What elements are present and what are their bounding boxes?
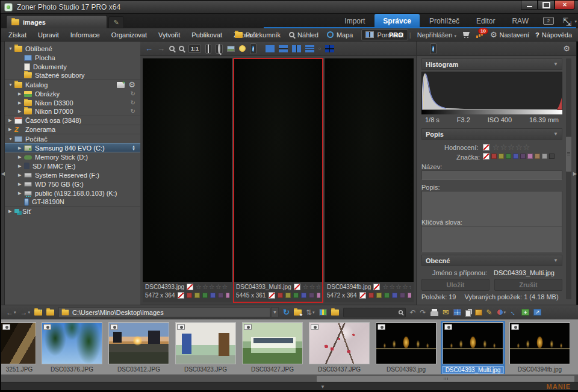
expander-closed-icon[interactable]: ▶ <box>18 182 24 187</box>
photo-thumbnail[interactable] <box>443 322 503 364</box>
adjust-colors-button[interactable]: ▾ <box>497 309 506 316</box>
sort-updown-icon[interactable]: ▲▼ <box>132 145 135 151</box>
menu-organizovat[interactable]: Organizovat <box>111 31 147 39</box>
expander-closed-icon[interactable]: ▶ <box>8 118 14 123</box>
tree-item-nikon-d3300[interactable]: ▶Nikon D3300↻ <box>5 98 140 107</box>
tree-item-phone[interactable]: GT-I8190N <box>5 198 140 207</box>
tag-color-swatch[interactable] <box>218 293 223 298</box>
photo-thumbnail[interactable] <box>1 322 36 364</box>
shop-cart-icon[interactable] <box>462 31 470 38</box>
layout-two-cols-icon[interactable] <box>292 45 301 52</box>
filmstrip-item[interactable]: DSC03437.JPG <box>307 321 371 374</box>
scrollbar-thumb[interactable] <box>317 376 574 382</box>
compare-pane-3[interactable]: DSC04394fb.jpg☆☆☆☆☆ 5472 x 364 <box>325 58 414 302</box>
tree-item-stazene[interactable]: Stažené soubory <box>5 71 140 80</box>
photo-thumbnail[interactable] <box>509 322 570 364</box>
photo-thumbnail[interactable] <box>42 322 102 364</box>
gear-icon[interactable]: ⚙ <box>128 81 135 88</box>
tag-color-swatch[interactable] <box>535 154 540 159</box>
tree-item-nikon-d7000[interactable]: ▶Nikon D7000↻ <box>5 107 140 116</box>
address-dropdown-icon[interactable]: ▼ <box>271 307 279 317</box>
cancel-button[interactable]: Zrušit <box>494 279 562 291</box>
resize-icon[interactable]: ↔ <box>508 306 519 317</box>
expander-open-icon[interactable]: ▼ <box>8 137 14 141</box>
zoom-in-icon[interactable] <box>169 46 175 51</box>
menu-ziskat[interactable]: Získat <box>8 31 26 39</box>
no-rating-icon[interactable] <box>373 284 380 290</box>
display-effects-icon[interactable] <box>239 45 246 52</box>
maximize-button[interactable] <box>538 1 555 10</box>
back-icon[interactable]: ← <box>145 45 153 52</box>
tag-color-swatch[interactable] <box>384 293 390 298</box>
panel-scrollbar[interactable] <box>566 58 571 299</box>
expander-closed-icon[interactable]: ▶ <box>8 209 14 214</box>
layout-three-rows-icon[interactable] <box>305 45 314 52</box>
tag-color-swatch[interactable] <box>549 154 555 159</box>
quick-edit-tab[interactable]: ✎ <box>108 16 124 28</box>
tag-color-swatch[interactable] <box>210 293 216 298</box>
photo-thumbnail[interactable] <box>309 322 370 364</box>
photo-preview[interactable] <box>143 58 232 282</box>
description-section-header[interactable]: Popis▼ <box>421 128 562 140</box>
expander-open-icon[interactable]: ▼ <box>8 82 14 87</box>
preview-mode-button[interactable]: Náhled <box>289 31 319 39</box>
fullscreen-icon[interactable]: ⇱⇲ <box>562 17 571 25</box>
no-tag-icon[interactable] <box>178 292 184 299</box>
tree-item-pocitac[interactable]: ▼Počítač <box>5 134 140 143</box>
tag-color-swatch[interactable] <box>285 293 291 298</box>
tag-color-swatch[interactable] <box>202 293 208 298</box>
histogram-section-header[interactable]: Histogram▼ <box>421 58 562 70</box>
zoom-out-icon[interactable] <box>179 46 184 51</box>
photo-thumbnail[interactable] <box>175 322 236 364</box>
no-tag-icon[interactable] <box>483 153 489 160</box>
tag-color-swatch[interactable] <box>513 154 518 159</box>
forward-icon[interactable]: → <box>157 45 165 52</box>
tree-item-dokumenty[interactable]: Dokumenty <box>5 62 140 71</box>
login-button[interactable]: Nepřihlášen ▾ <box>417 31 456 39</box>
tag-color-swatch[interactable] <box>392 293 397 298</box>
tree-item-sit[interactable]: ▶Síť <box>5 207 140 216</box>
tag-color-picker[interactable] <box>483 153 555 160</box>
filmstrip-scrollbar[interactable] <box>1 375 578 382</box>
contact-sheet-icon[interactable] <box>453 309 461 316</box>
menu-upravit[interactable]: Upravit <box>38 31 59 39</box>
tab-editor[interactable]: Editor <box>469 14 502 28</box>
tag-color-swatch[interactable] <box>194 293 200 298</box>
filmstrip-item[interactable]: DSC03376.JPG <box>40 321 104 374</box>
expander-closed-icon[interactable]: ▶ <box>18 155 24 160</box>
keywords-input[interactable] <box>421 226 562 252</box>
expander-closed-icon[interactable]: ▶ <box>18 101 24 105</box>
tab-prohlizec[interactable]: Prohlížeč <box>422 14 467 28</box>
add-folder-icon[interactable] <box>117 82 125 88</box>
tree-item-plocha[interactable]: Plocha <box>5 53 140 62</box>
rating-stars[interactable]: ☆☆☆☆☆ <box>382 283 411 291</box>
menu-informace[interactable]: Informace <box>70 31 100 39</box>
photo-thumbnail[interactable] <box>108 322 169 364</box>
tag-color-swatch[interactable] <box>278 293 283 298</box>
expander-closed-icon[interactable]: ▶ <box>18 109 24 114</box>
show-photo-info-icon[interactable] <box>227 46 235 52</box>
tag-color-swatch[interactable] <box>520 154 526 159</box>
explorer-mode-button[interactable]: Průzkumník <box>235 31 281 39</box>
tab-import[interactable]: Import <box>337 14 372 28</box>
tree-item-casova-osa[interactable]: ▶Časová osa (3848) <box>5 116 140 125</box>
tag-color-swatch[interactable] <box>309 293 314 298</box>
tree-item-obrazky[interactable]: ▶Obrázky↻ <box>5 89 140 98</box>
map-mode-button[interactable]: Mapa <box>327 31 353 39</box>
email-icon[interactable]: ✉ <box>443 308 449 317</box>
layout-single-icon[interactable] <box>266 45 275 52</box>
menu-publikovat[interactable]: Publikovat <box>191 31 222 39</box>
add-photo-icon[interactable]: + <box>521 309 529 316</box>
external-editor-icon[interactable]: ↗ <box>533 309 541 316</box>
tab-raw[interactable]: RAW <box>505 14 536 28</box>
file-type-filter-icon[interactable] <box>319 309 327 316</box>
filmstrip-item[interactable]: DSC04393.jpg <box>374 321 438 374</box>
rating-control[interactable]: ☆☆☆☆☆ <box>483 143 530 152</box>
tag-color-swatch[interactable] <box>293 293 299 298</box>
tag-color-swatch[interactable] <box>491 154 497 159</box>
tree-item-drive-g[interactable]: ▶WD 750 GB (G:) <box>5 179 140 188</box>
expander-closed-icon[interactable]: ▶ <box>18 164 24 169</box>
favorite-folder-icon[interactable] <box>294 310 302 316</box>
tag-color-swatch[interactable] <box>368 293 374 298</box>
expander-closed-icon[interactable]: ▶ <box>18 92 24 96</box>
